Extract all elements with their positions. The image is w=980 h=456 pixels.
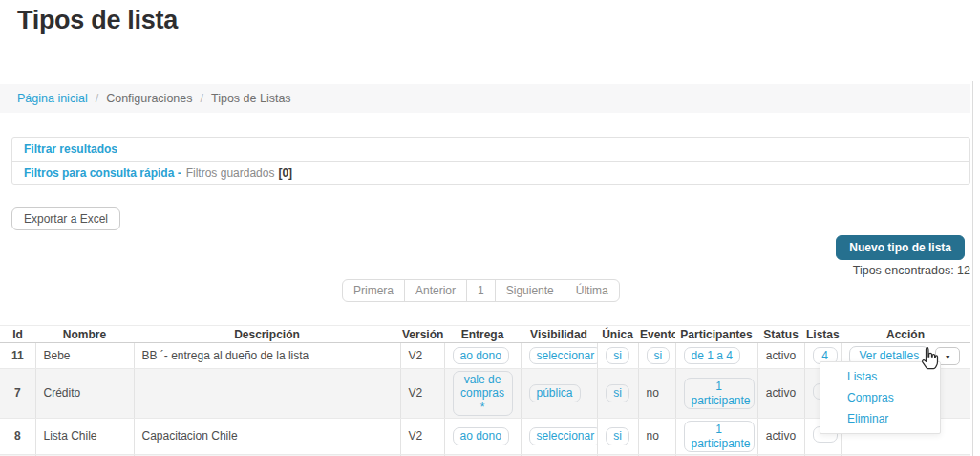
cell-version: V2 — [400, 369, 444, 419]
cell-visibilidad: pública — [521, 369, 597, 419]
header-participantes: Participantes — [675, 326, 757, 343]
action-dropdown-menu: Listas Compras Eliminar — [820, 361, 941, 434]
entrega-pill[interactable]: vale de compras * — [453, 371, 513, 416]
header-unica: Única — [597, 326, 638, 343]
cell-status: activo — [757, 419, 804, 455]
header-accion: Acción — [841, 326, 970, 343]
cell-nombre: Bebe — [35, 343, 134, 369]
saved-filters-count: [0] — [278, 166, 292, 180]
menu-item-listas[interactable]: Listas — [820, 366, 940, 387]
breadcrumb-separator: / — [96, 92, 98, 105]
chevron-down-icon: ▼ — [945, 354, 951, 360]
header-id: Id — [0, 326, 35, 343]
cell-nombre: Crédito — [35, 369, 134, 419]
cell-evento: no — [638, 369, 675, 419]
breadcrumb-home-link[interactable]: Página inicial — [17, 92, 88, 105]
cell-entrega: ao dono — [444, 343, 521, 369]
cell-version: V2 — [400, 343, 444, 369]
filter-panel: Filtrar resultados Filtros para consulta… — [11, 137, 970, 185]
cell-entrega: vale de compras * — [444, 369, 521, 419]
cell-unica: si — [597, 343, 638, 369]
page-edge-divider — [972, 81, 973, 456]
cell-version: V2 — [400, 419, 444, 455]
cell-descripcion — [134, 369, 400, 419]
menu-item-eliminar[interactable]: Eliminar — [820, 408, 940, 429]
breadcrumb-current: Tipos de Listas — [211, 92, 291, 105]
evento-pill[interactable]: si — [647, 347, 671, 364]
cell-id: 11 — [0, 343, 35, 369]
header-status: Status — [757, 326, 804, 343]
pagination-last-button[interactable]: Última — [565, 279, 620, 302]
menu-item-compras[interactable]: Compras — [820, 387, 940, 408]
cell-unica: si — [597, 419, 638, 455]
pagination-page-button[interactable]: 1 — [466, 279, 496, 302]
pagination-first-button[interactable]: Primera — [342, 279, 405, 302]
participantes-pill[interactable]: 1 participante — [684, 421, 755, 452]
cell-visibilidad: seleccionar — [521, 419, 597, 455]
page-title: Tipos de lista — [17, 6, 178, 35]
unica-pill[interactable]: si — [606, 347, 629, 364]
export-excel-button[interactable]: Exportar a Excel — [11, 207, 120, 230]
pagination: Primera Anterior 1 Siguiente Última — [342, 279, 620, 302]
visibilidad-pill[interactable]: pública — [529, 384, 581, 402]
visibilidad-pill[interactable]: seleccionar — [529, 427, 598, 445]
visibilidad-pill[interactable]: seleccionar — [529, 347, 598, 364]
cell-descripcion: BB ´- entrega al dueño de la lista — [134, 343, 400, 369]
filter-results-label: Filtrar resultados — [24, 142, 117, 156]
cell-status: activo — [757, 369, 804, 419]
cell-participantes: 1 participante — [675, 369, 757, 419]
saved-filters-label: Filtros guardados — [186, 166, 275, 180]
quick-filters-toggle[interactable]: Filtros para consulta rápida - Filtros g… — [12, 161, 969, 184]
participantes-pill[interactable]: de 1 a 4 — [684, 347, 740, 364]
types-found-label: Tipos encontrados: 12 — [853, 264, 970, 277]
cell-evento: si — [638, 343, 675, 369]
cell-evento: no — [638, 419, 675, 455]
header-listas: Listas — [804, 326, 841, 343]
pagination-next-button[interactable]: Siguiente — [495, 279, 565, 302]
breadcrumb: Página inicial / Configuraciones / Tipos… — [0, 84, 970, 113]
cell-status: activo — [757, 343, 804, 369]
header-entrega: Entrega — [444, 326, 521, 343]
filter-results-toggle[interactable]: Filtrar resultados — [12, 138, 969, 161]
unica-pill[interactable]: si — [606, 427, 629, 445]
cell-participantes: de 1 a 4 — [675, 343, 757, 369]
pagination-prev-button[interactable]: Anterior — [404, 279, 467, 302]
header-evento: Evento — [638, 326, 675, 343]
entrega-pill[interactable]: ao dono — [453, 427, 509, 445]
participantes-pill[interactable]: 1 participante — [684, 378, 755, 409]
header-nombre: Nombre — [35, 326, 134, 343]
entrega-pill[interactable]: ao dono — [453, 347, 509, 364]
breadcrumb-section: Configuraciones — [106, 92, 192, 105]
cell-descripcion: Capacitacion Chile — [134, 419, 400, 455]
cell-entrega: ao dono — [444, 419, 521, 455]
cell-visibilidad: seleccionar — [521, 343, 597, 369]
header-visibilidad: Visibilidad — [521, 326, 597, 343]
unica-pill[interactable]: si — [606, 384, 629, 402]
cell-id: 7 — [0, 369, 35, 419]
breadcrumb-separator: / — [201, 92, 203, 105]
cell-unica: si — [597, 369, 638, 419]
cell-id: 8 — [0, 419, 35, 455]
new-list-type-button[interactable]: Nuevo tipo de lista — [836, 235, 965, 260]
cell-nombre: Lista Chile — [35, 419, 134, 455]
quick-filters-label: Filtros para consulta rápida - — [24, 166, 181, 180]
table-header-row: Id Nombre Descripción Versión Entrega Vi… — [0, 326, 970, 343]
header-version: Versión — [400, 326, 444, 343]
cell-participantes: 1 participante — [675, 419, 757, 455]
header-descripcion: Descripción — [134, 326, 400, 343]
